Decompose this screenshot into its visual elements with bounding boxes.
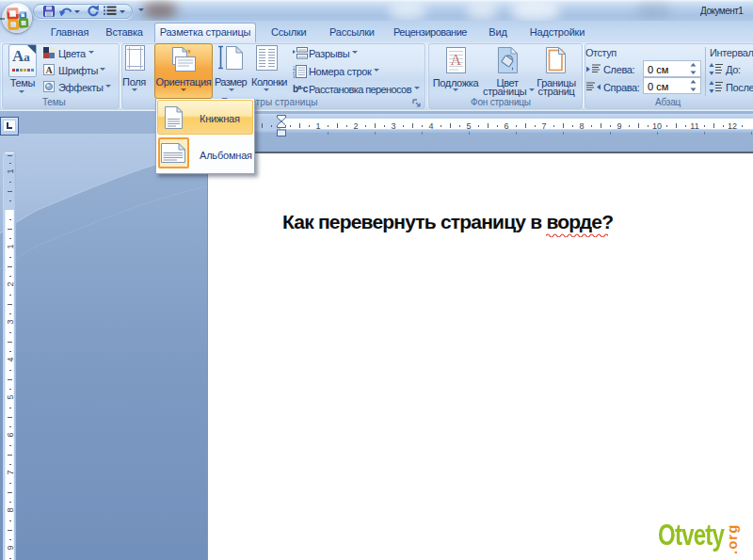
svg-text:A: A xyxy=(451,52,462,68)
svg-text:A: A xyxy=(46,65,54,75)
svg-text:3: 3 xyxy=(293,74,296,79)
